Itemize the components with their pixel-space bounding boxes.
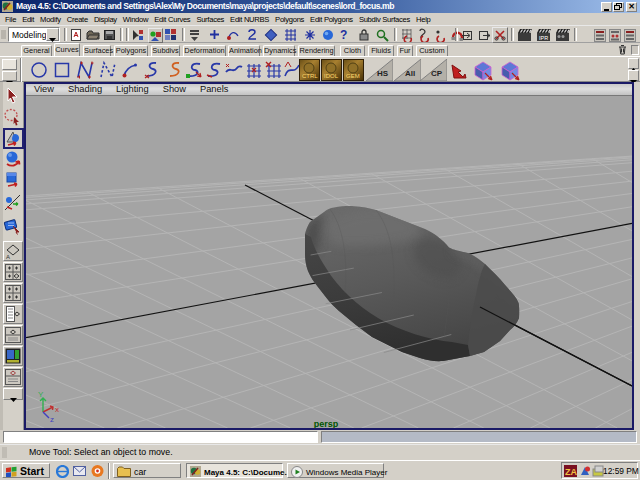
svg-text:IDOL: IDOL	[324, 73, 339, 79]
svg-text:GEM: GEM	[346, 73, 360, 79]
svg-text:HS: HS	[377, 69, 389, 78]
svg-text:persp: persp	[314, 419, 339, 428]
svg-text:z: z	[50, 415, 54, 424]
svg-text:IPR: IPR	[539, 35, 548, 41]
svg-text:A: A	[6, 254, 10, 260]
svg-text:CTRL: CTRL	[302, 73, 318, 79]
svg-text:All: All	[405, 69, 415, 78]
svg-text:x: x	[55, 405, 59, 414]
svg-text:Y: Y	[38, 390, 44, 399]
svg-text:CP: CP	[431, 69, 443, 78]
svg-text:ZA: ZA	[565, 467, 577, 477]
